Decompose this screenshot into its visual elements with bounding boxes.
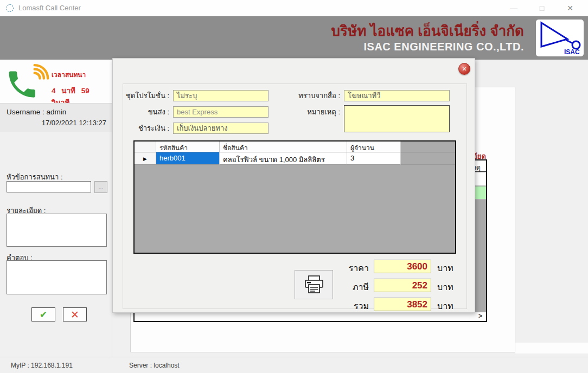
minimize-button[interactable]: — <box>508 2 520 14</box>
row-selector-cell[interactable]: ▶ <box>135 152 156 165</box>
grid-row-filler <box>401 152 455 165</box>
cancel-button[interactable]: ✕ <box>63 307 87 321</box>
price-label: ราคา <box>324 261 369 275</box>
isac-logo: ISAC <box>536 20 584 56</box>
column-header-product-name[interactable]: ชื่อสินค้า <box>220 142 347 152</box>
product-code-cell[interactable]: herb001 <box>156 152 220 165</box>
product-grid-header-row: รหัสสินค้า ชื่อสินค้า ผู้จำนวน <box>135 142 455 152</box>
close-icon: ✕ <box>462 66 466 73</box>
promotion-label: ชุดโปรโมชั่น : <box>117 90 169 101</box>
confirm-button[interactable]: ✔ <box>31 307 55 321</box>
maximize-button[interactable]: □ <box>536 2 548 14</box>
product-grid: รหัสสินค้า ชื่อสินค้า ผู้จำนวน ▶ herb001… <box>133 140 456 254</box>
company-name-thai: บริษัท ไอแซค เอ็นจิเนียริ่ง จำกัด <box>331 22 524 40</box>
grid-header-filler <box>401 142 455 152</box>
topic-input[interactable] <box>7 181 91 192</box>
detail-textarea[interactable] <box>7 214 107 247</box>
promotion-field[interactable]: ไม่ระบุ <box>173 90 269 101</box>
media-source-field[interactable]: โฆษณาทีวี <box>344 90 450 101</box>
tax-label: ภาษี <box>324 280 369 294</box>
total-label: รวม <box>324 299 369 313</box>
column-header-quantity[interactable]: ผู้จำนวน <box>347 142 401 152</box>
username-label: Username : admin <box>7 108 66 116</box>
call-timer-title: เวลาสนทนา <box>52 69 112 80</box>
table-row[interactable]: ▶ herb001 คลอโรฟิวล์ ขนาด 1,000 มิลลิลิต… <box>135 152 455 165</box>
current-row-arrow-icon: ▶ <box>143 156 147 162</box>
call-status-area: เวลาสนทนา 4 นาที 59 วินาที <box>0 60 112 103</box>
topic-browse-button[interactable]: ... <box>94 181 107 193</box>
payment-field[interactable]: เก็บเงินปลายทาง <box>173 123 269 134</box>
order-summary-dialog: ✕ ชุดโปรโมชั่น : ไม่ระบุ ขนส่ง : best Ex… <box>112 58 475 313</box>
datetime-label: 17/02/2021 12:13:27 <box>42 119 106 127</box>
shipping-label: ขนส่ง : <box>117 106 169 118</box>
product-name-cell[interactable]: คลอโรฟิวล์ ขนาด 1,000 มิลลิลิตร <box>220 152 347 165</box>
close-button[interactable]: ✕ <box>564 2 576 14</box>
company-block: บริษัท ไอแซค เอ็นจิเนียริ่ง จำกัด ISAC E… <box>331 22 524 54</box>
answer-textarea[interactable] <box>7 260 107 294</box>
statusbar: MyIP : 192.168.1.191 Server : localhost <box>0 357 588 373</box>
total-value-field: 3852 <box>374 298 431 311</box>
shipping-field[interactable]: best Express <box>173 106 269 118</box>
price-unit: บาท <box>437 261 453 275</box>
row-header-cell <box>135 142 156 152</box>
printer-icon <box>303 275 325 294</box>
note-textarea[interactable] <box>344 105 450 132</box>
titlebar: Lomasft Call Center — □ ✕ <box>0 0 588 16</box>
server-status: Server : localhost <box>129 362 180 369</box>
panel-bottom-strip <box>515 343 588 353</box>
tax-value-field: 252 <box>374 279 431 292</box>
user-panel: Username : admin 17/02/2021 12:13:27 <box>0 103 112 132</box>
signal-waves-icon <box>35 65 48 78</box>
price-value-field: 3600 <box>374 260 431 273</box>
quantity-cell[interactable]: 3 <box>347 152 401 165</box>
total-unit: บาท <box>437 299 453 313</box>
horizontal-scrollbar[interactable]: > <box>135 312 486 321</box>
myip-status: MyIP : 192.168.1.191 <box>11 362 73 369</box>
app-icon <box>6 4 14 12</box>
window-title: Lomasft Call Center <box>18 4 81 12</box>
cross-icon: ✕ <box>71 308 79 321</box>
scroll-right-icon[interactable]: > <box>478 312 482 320</box>
tax-unit: บาท <box>437 280 453 294</box>
svg-text:ISAC: ISAC <box>564 48 580 56</box>
check-icon: ✔ <box>40 309 47 320</box>
sidebar: เวลาสนทนา 4 นาที 59 วินาที Username : ad… <box>0 60 112 357</box>
dialog-close-button[interactable]: ✕ <box>458 63 470 75</box>
payment-label: ชำระเงิน : <box>117 123 169 134</box>
note-label: หมายเหตุ : <box>285 106 340 118</box>
phone-icon <box>4 61 54 103</box>
company-name-english: ISAC ENGINEERING CO.,LTD. <box>331 40 524 54</box>
header-band: บริษัท ไอแซค เอ็นจิเนียริ่ง จำกัด ISAC E… <box>0 16 588 60</box>
column-header-product-code[interactable]: รหัสสินค้า <box>156 142 220 152</box>
media-source-label: ทราบจากสื่อ : <box>285 90 340 101</box>
